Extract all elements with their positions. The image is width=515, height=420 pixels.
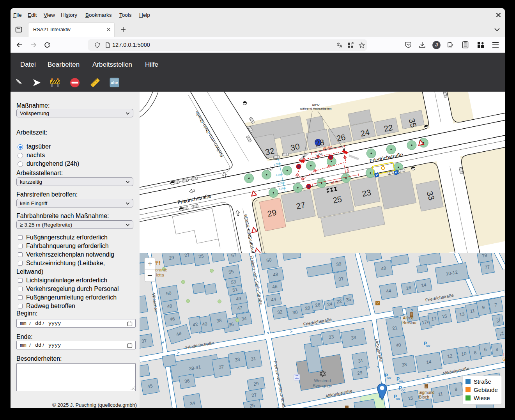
svg-text:45: 45 <box>147 383 153 389</box>
svg-text:32: 32 <box>264 146 275 157</box>
svg-text:25: 25 <box>198 253 204 259</box>
svg-text:29: 29 <box>267 208 277 218</box>
svg-text:16: 16 <box>405 285 412 291</box>
svg-text:15: 15 <box>441 313 448 319</box>
svg-text:Bloch: Bloch <box>419 395 429 399</box>
svg-text:55: 55 <box>228 269 234 275</box>
svg-text:40: 40 <box>202 321 208 327</box>
svg-text:30: 30 <box>292 309 298 315</box>
svg-text:orante: orante <box>155 268 167 272</box>
svg-text:46: 46 <box>272 284 278 290</box>
svg-text:50: 50 <box>166 290 172 296</box>
svg-text:49: 49 <box>235 296 242 302</box>
svg-text:33: 33 <box>234 356 241 363</box>
svg-text:10: 10 <box>461 351 467 357</box>
svg-text:71: 71 <box>499 330 505 337</box>
svg-text:29: 29 <box>253 381 259 387</box>
svg-text:27: 27 <box>295 200 306 211</box>
svg-text:SIPO: SIPO <box>312 103 319 106</box>
svg-text:31: 31 <box>250 356 257 362</box>
svg-text:44: 44 <box>271 296 277 303</box>
svg-text:36: 36 <box>228 321 234 328</box>
svg-text:Sigmund: Sigmund <box>418 390 435 395</box>
svg-text:23: 23 <box>361 188 372 198</box>
svg-text:29: 29 <box>168 255 175 261</box>
svg-text:Westend: Westend <box>314 378 331 383</box>
svg-text:abc: abc <box>111 80 118 85</box>
svg-text:29: 29 <box>357 370 363 376</box>
svg-text:48: 48 <box>166 303 173 309</box>
svg-text:37: 37 <box>141 338 147 344</box>
svg-text:34: 34 <box>189 400 196 406</box>
svg-text:14: 14 <box>426 359 432 365</box>
svg-text:17: 17 <box>431 315 437 322</box>
svg-text:T: T <box>502 353 504 357</box>
svg-text:38: 38 <box>401 362 407 368</box>
svg-text:48: 48 <box>380 265 387 271</box>
svg-text:Straße: Straße <box>474 378 491 385</box>
svg-text:−: − <box>147 271 152 280</box>
svg-text:37: 37 <box>338 276 344 282</box>
svg-text:24: 24 <box>327 301 333 307</box>
svg-text:27: 27 <box>251 392 257 398</box>
svg-text:79: 79 <box>481 253 488 259</box>
svg-text:22: 22 <box>336 298 342 305</box>
svg-text:39: 39 <box>336 261 342 267</box>
svg-text:51: 51 <box>232 287 238 293</box>
svg-text:14: 14 <box>421 282 427 288</box>
svg-text:Wiese: Wiese <box>474 395 490 401</box>
svg-text:25: 25 <box>249 402 255 408</box>
svg-text:53: 53 <box>230 279 237 285</box>
svg-text:36: 36 <box>184 378 190 384</box>
svg-text:77: 77 <box>484 264 490 270</box>
svg-text:32: 32 <box>277 309 283 315</box>
svg-text:12: 12 <box>447 353 453 359</box>
svg-text:Alfred: Alfred <box>403 315 414 320</box>
svg-text:47: 47 <box>237 305 243 311</box>
svg-text:G: G <box>503 357 505 362</box>
svg-text:Gebäude: Gebäude <box>474 386 498 393</box>
svg-text:24: 24 <box>360 128 371 138</box>
svg-text:23: 23 <box>328 334 334 340</box>
svg-text:42: 42 <box>192 321 198 328</box>
svg-text:35: 35 <box>345 296 352 303</box>
svg-text:73: 73 <box>495 317 501 323</box>
svg-text:26: 26 <box>336 132 346 143</box>
svg-text:40: 40 <box>395 342 402 348</box>
svg-text:13: 13 <box>459 311 465 317</box>
svg-text:37: 37 <box>218 364 225 370</box>
svg-text:Liebigstraße: Liebigstraße <box>374 338 384 362</box>
svg-text:34: 34 <box>241 315 247 322</box>
svg-text:50: 50 <box>266 257 272 263</box>
svg-text:26: 26 <box>315 302 321 308</box>
svg-text:Synagoge: Synagoge <box>313 383 332 388</box>
svg-text:30: 30 <box>290 142 300 152</box>
svg-text:Breslau: Breslau <box>402 320 416 325</box>
svg-text:während Hebearbeiten: während Hebearbeiten <box>300 107 332 110</box>
svg-text:38: 38 <box>216 317 222 324</box>
svg-text:27: 27 <box>184 253 190 258</box>
svg-text:33: 33 <box>350 335 357 341</box>
svg-text:28: 28 <box>314 138 325 148</box>
svg-text:25: 25 <box>332 195 342 205</box>
svg-text:31: 31 <box>357 358 364 364</box>
svg-text:+: + <box>148 259 152 268</box>
svg-text:44: 44 <box>386 288 392 294</box>
svg-text:28: 28 <box>304 305 311 311</box>
svg-text:48: 48 <box>273 271 279 278</box>
svg-text:22: 22 <box>383 123 393 133</box>
svg-text:46: 46 <box>169 316 175 322</box>
svg-text:15: 15 <box>407 395 414 401</box>
svg-text:21: 21 <box>392 325 398 331</box>
svg-text:letta: letta <box>156 273 165 277</box>
